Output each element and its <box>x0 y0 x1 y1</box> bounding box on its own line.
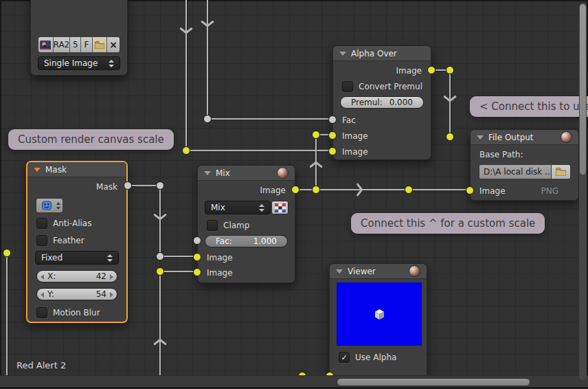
preview-sphere-icon[interactable] <box>561 131 572 143</box>
output-label: Image <box>396 66 422 76</box>
link-line <box>159 271 161 389</box>
mix-image2-input-socket[interactable] <box>193 268 201 276</box>
vertical-scrollbar-thumb[interactable] <box>580 4 586 175</box>
collapse-icon[interactable] <box>339 52 346 56</box>
y-label: Y: <box>47 289 54 299</box>
reroute-node[interactable] <box>156 252 164 260</box>
mix-image1-input-socket[interactable] <box>193 253 201 261</box>
reroute-node[interactable] <box>446 66 454 74</box>
base-path-field[interactable]: D:\A local disk ... <box>479 164 552 179</box>
unlink-image-button[interactable]: × <box>107 37 120 52</box>
mask-x-field[interactable]: X: 42 <box>36 270 117 282</box>
use-alpha-checkbox[interactable]: ✓ <box>339 352 350 363</box>
color-swatch-icon[interactable] <box>271 201 289 214</box>
link-arrow-up-icon <box>154 338 166 346</box>
blend-mode-value: Mix <box>211 203 225 212</box>
alpha-over-fac-input-socket[interactable] <box>328 115 337 124</box>
reroute-node[interactable] <box>312 131 320 139</box>
node-mix[interactable]: Mix Image Mix Clamp Fac: 1.000 Image Ima… <box>197 165 295 283</box>
mask-output-socket[interactable] <box>124 181 132 190</box>
browse-folder-icon[interactable] <box>552 164 571 179</box>
link-line <box>159 256 197 257</box>
node-mask[interactable]: Mask Mask Anti-Alias Feather Fixed X: 42… <box>26 161 128 323</box>
collapse-icon[interactable] <box>336 269 343 274</box>
link-arrow-right-icon <box>355 184 363 196</box>
preview-sphere-icon[interactable] <box>409 265 420 277</box>
link-line <box>185 150 332 151</box>
chevron-up-down-icon <box>109 60 114 67</box>
mask-header[interactable]: Mask <box>27 162 126 177</box>
anti-alias-checkbox[interactable] <box>36 218 47 229</box>
clamp-checkbox[interactable] <box>207 220 218 231</box>
reroute-node[interactable] <box>203 115 212 123</box>
reroute-node[interactable] <box>312 186 320 194</box>
mask-datablock-select[interactable] <box>36 198 63 213</box>
node-image[interactable]: RA2 5 F × Single Image <box>30 0 128 76</box>
convert-premul-checkbox[interactable] <box>342 81 353 92</box>
motion-blur-label: Motion Blur <box>53 308 100 318</box>
preview-sphere-icon[interactable] <box>277 167 289 179</box>
chevron-up-down-icon <box>56 202 60 210</box>
reroute-node[interactable] <box>446 133 454 141</box>
file-output-header[interactable]: File Output <box>471 130 578 145</box>
image-thumbnail-icon[interactable] <box>38 37 53 52</box>
alpha-over-image1-input-socket[interactable] <box>328 131 337 140</box>
motion-blur-checkbox[interactable] <box>36 307 47 318</box>
premul-label: Premul: <box>351 98 383 107</box>
alpha-over-image-output-socket[interactable] <box>427 66 436 74</box>
reroute-node[interactable] <box>156 181 164 190</box>
mix-fac-input-socket[interactable] <box>193 236 201 245</box>
base-path-label: Base Path: <box>479 150 523 159</box>
link-arrow-up-icon <box>310 161 322 169</box>
input-label: Image <box>342 147 368 157</box>
viewer-header[interactable]: Viewer <box>330 264 427 279</box>
reroute-node[interactable] <box>3 249 11 257</box>
reroute-node[interactable] <box>156 267 164 276</box>
input-label: Image <box>207 253 233 263</box>
fake-user-button[interactable]: F <box>81 37 91 52</box>
reroute-node[interactable] <box>405 186 413 194</box>
feather-checkbox[interactable] <box>36 235 47 246</box>
mask-size-mode-select[interactable]: Fixed <box>35 251 119 265</box>
convert-premul-label: Convert Premul <box>359 82 422 91</box>
alpha-over-header[interactable]: Alpha Over <box>333 46 431 61</box>
file-output-image-input-socket[interactable] <box>466 186 474 194</box>
link-line <box>185 0 187 151</box>
collapse-icon[interactable] <box>34 168 41 172</box>
image-name-field[interactable]: RA2 <box>54 37 70 52</box>
image-users-button[interactable]: 5 <box>70 37 80 52</box>
image-source-select[interactable]: Single Image <box>38 56 120 70</box>
collapse-icon[interactable] <box>477 135 484 140</box>
output-label: Mask <box>96 182 117 192</box>
open-image-icon[interactable] <box>93 37 107 52</box>
link-arrow-down-icon <box>444 94 456 102</box>
premul-value: 0.000 <box>389 98 413 107</box>
fac-slider[interactable]: Fac: 1.000 <box>205 235 288 247</box>
image-source-value: Single Image <box>44 58 98 68</box>
node-file-output[interactable]: File Output Base Path: D:\A local disk .… <box>470 129 579 201</box>
input-label: Fac <box>342 115 356 125</box>
premul-slider[interactable]: Premul: 0.000 <box>340 96 424 109</box>
format-label: PNG <box>541 186 558 196</box>
blend-mode-select[interactable]: Mix <box>205 201 271 214</box>
image-datablock-row: RA2 5 F × <box>38 36 120 53</box>
mix-header[interactable]: Mix <box>198 166 295 181</box>
alpha-over-image2-input-socket[interactable] <box>328 147 337 155</box>
annotation-canvas-scale: Custom render canvas scale <box>8 129 174 150</box>
cube-render <box>374 309 385 320</box>
collapse-icon[interactable] <box>204 171 211 175</box>
link-line <box>207 118 332 120</box>
mask-y-field[interactable]: Y: 54 <box>36 288 117 300</box>
link-line <box>128 185 160 186</box>
mix-image-output-socket[interactable] <box>291 186 299 194</box>
fac-value: 1.000 <box>253 236 277 246</box>
x-value: 42 <box>96 271 106 281</box>
node-alpha-over[interactable]: Alpha Over Image Convert Premul Premul: … <box>332 45 431 160</box>
link-line <box>449 69 451 137</box>
horizontal-scrollbar-thumb[interactable] <box>337 378 530 386</box>
viewer-preview-image <box>337 282 422 346</box>
reroute-node[interactable] <box>182 146 190 155</box>
mask-size-mode-value: Fixed <box>41 253 63 263</box>
use-alpha-label: Use Alpha <box>355 353 396 362</box>
node-viewer[interactable]: Viewer ✓ Use Alpha <box>329 263 427 380</box>
